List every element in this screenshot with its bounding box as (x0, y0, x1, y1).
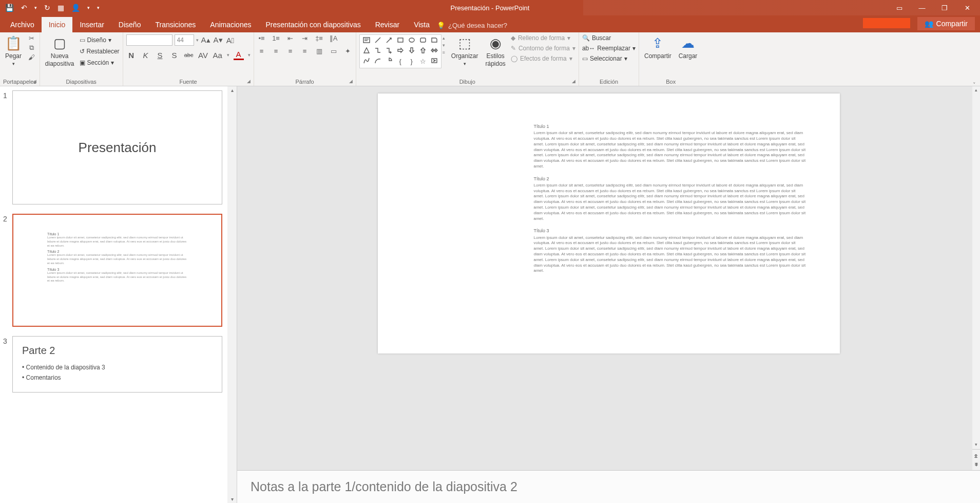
bold-button[interactable]: N (126, 51, 137, 60)
decrease-indent-icon[interactable]: ⇤ (286, 34, 295, 42)
italic-button[interactable]: K (141, 51, 151, 60)
scroll-down-icon[interactable]: ▾ (974, 441, 978, 448)
gallery-up-icon[interactable]: ▴ (443, 35, 445, 41)
slide-canvas[interactable]: Título 1 Lorem ipsum dolor sit amet, con… (378, 94, 840, 353)
format-painter-icon[interactable]: 🖌 (27, 53, 36, 61)
shape-arc-icon[interactable] (373, 57, 383, 66)
shape-line-icon[interactable] (373, 36, 383, 46)
tab-view[interactable]: Vista (407, 17, 437, 32)
reset-button[interactable]: ↺ Restablecer (80, 48, 120, 55)
shape-arrow-leftright-icon[interactable] (429, 47, 439, 56)
thumbs-scrollbar[interactable]: ▴ ▾ (227, 86, 237, 503)
text-direction-icon[interactable]: ‖A (329, 34, 338, 42)
shape-triangle-icon[interactable] (361, 47, 372, 56)
save-icon[interactable]: 💾 (5, 4, 14, 12)
tab-animations[interactable]: Animaciones (203, 17, 258, 32)
smartart-icon[interactable]: ✦ (343, 47, 353, 55)
box-share-button[interactable]: ⇪ Compartir (642, 34, 674, 61)
main-scrollbar[interactable]: ▴ ▾ ⯭ ⯯ (972, 86, 980, 470)
box-upload-button[interactable]: ☁ Cargar (677, 34, 700, 61)
increase-font-icon[interactable]: A▴ (201, 35, 211, 45)
tab-slideshow[interactable]: Presentación con diapositivas (258, 17, 368, 32)
char-spacing-button[interactable]: AV (198, 51, 208, 60)
strikethrough-button[interactable]: abc (184, 52, 194, 58)
font-color-button[interactable]: A (234, 50, 244, 60)
ribbon-display-options-icon[interactable]: ▭ (893, 4, 906, 12)
bullets-icon[interactable]: •≡ (257, 34, 266, 42)
cut-icon[interactable]: ✂ (27, 34, 36, 42)
shape-left-brace-icon[interactable]: { (395, 57, 406, 66)
new-slide-button[interactable]: ▢ Nueva diapositiva (43, 34, 76, 68)
shapes-gallery[interactable]: { } ☆ (359, 34, 441, 68)
quick-styles-button[interactable]: ◉ Estilos rápidos (484, 34, 508, 68)
qat-customize-icon[interactable]: ▾ (97, 5, 100, 10)
undo-dropdown-icon[interactable]: ▾ (34, 5, 37, 10)
align-center-icon[interactable]: ≡ (272, 47, 281, 55)
numbering-icon[interactable]: 1≡ (272, 34, 281, 42)
font-size-input[interactable] (175, 34, 194, 46)
line-spacing-icon[interactable]: ‡≡ (315, 34, 324, 42)
tab-transitions[interactable]: Transiciones (148, 17, 203, 32)
shape-curve-icon[interactable] (361, 57, 372, 66)
shape-snip-rect-icon[interactable] (429, 36, 439, 46)
sign-in-button[interactable] (863, 18, 910, 28)
clear-formatting-icon[interactable]: A⃠ (225, 36, 236, 45)
tell-me-search[interactable]: 💡 ¿Qué desea hacer? (437, 22, 507, 32)
arrange-button[interactable]: ⬚ Organizar ▾ (449, 34, 481, 67)
shape-outline-button[interactable]: ✎ Contorno de forma ▾ (511, 45, 575, 52)
shape-pie-icon[interactable] (384, 57, 394, 66)
tab-review[interactable]: Revisar (368, 17, 407, 32)
touch-dropdown-icon[interactable]: ▾ (87, 5, 90, 10)
share-button[interactable]: 👥 Compartir (917, 17, 975, 30)
align-right-icon[interactable]: ≡ (286, 47, 295, 55)
tab-design[interactable]: Diseño (111, 17, 148, 32)
tab-insert[interactable]: Insertar (72, 17, 111, 32)
undo-icon[interactable]: ↶ (21, 4, 27, 12)
decrease-font-icon[interactable]: A▾ (213, 35, 223, 45)
next-slide-icon[interactable]: ⯯ (973, 461, 979, 468)
slide-thumb-2[interactable]: Título 1 Lorem ipsum dolor sit amet, con… (12, 214, 222, 327)
maximize-icon[interactable]: ❐ (938, 4, 951, 12)
clipboard-dialog-launcher-icon[interactable]: ◢ (33, 79, 36, 84)
scroll-down-icon[interactable]: ▾ (230, 495, 235, 503)
select-button[interactable]: ▭ Seleccionar ▾ (582, 55, 636, 62)
gallery-more-icon[interactable]: ≡ (443, 50, 445, 55)
font-color-dropdown-icon[interactable]: ▾ (248, 52, 251, 58)
shape-rounded-rect-icon[interactable] (418, 36, 428, 46)
replace-button[interactable]: ab↔ Reemplazar ▾ (582, 45, 636, 52)
columns-icon[interactable]: ▥ (315, 47, 324, 55)
paste-button[interactable]: 📋 Pegar ▾ (3, 34, 24, 67)
slide-thumb-3[interactable]: Parte 2 • Contenido de la diapositiva 3 … (12, 336, 222, 393)
shape-arrow-down-icon[interactable] (407, 47, 417, 56)
shape-fill-button[interactable]: ◆ Relleno de forma ▾ (511, 34, 575, 42)
underline-button[interactable]: S (155, 51, 165, 60)
increase-indent-icon[interactable]: ⇥ (300, 34, 310, 42)
shape-arrow-line-icon[interactable] (384, 36, 394, 46)
find-button[interactable]: 🔍 Buscar (582, 34, 636, 42)
change-case-button[interactable]: Aa (213, 51, 223, 60)
shape-elbow-arrow-icon[interactable] (384, 47, 394, 56)
shape-textbox-icon[interactable] (361, 36, 372, 46)
notes-text[interactable]: Notas a la parte 1/contenido de la diapo… (251, 479, 517, 494)
shape-elbow-connector-icon[interactable] (373, 47, 383, 56)
shape-arrow-up-icon[interactable] (418, 47, 428, 56)
close-icon[interactable]: ✕ (960, 4, 974, 12)
shape-star-icon[interactable]: ☆ (418, 57, 428, 66)
justify-icon[interactable]: ≡ (300, 47, 310, 55)
start-from-beginning-icon[interactable]: ▦ (57, 4, 64, 12)
notes-pane[interactable]: Notas a la parte 1/contenido de la diapo… (237, 470, 980, 503)
shape-oval-icon[interactable] (407, 36, 417, 46)
tab-file[interactable]: Archivo (3, 17, 42, 32)
gallery-down-icon[interactable]: ▾ (443, 43, 445, 48)
font-size-dropdown-icon[interactable]: ▾ (196, 38, 199, 43)
paragraph-dialog-launcher-icon[interactable]: ◢ (349, 79, 353, 84)
collapse-ribbon-icon[interactable]: ˬ (969, 75, 980, 86)
redo-icon[interactable]: ↻ (44, 4, 50, 12)
shape-action-icon[interactable] (429, 57, 439, 66)
shadow-button[interactable]: S (169, 51, 180, 60)
case-dropdown-icon[interactable]: ▾ (227, 52, 229, 58)
drawing-dialog-launcher-icon[interactable]: ◢ (572, 79, 575, 84)
prev-slide-icon[interactable]: ⯭ (973, 453, 979, 460)
font-dialog-launcher-icon[interactable]: ◢ (247, 79, 251, 84)
slide-thumb-1[interactable]: Presentación (12, 90, 222, 204)
